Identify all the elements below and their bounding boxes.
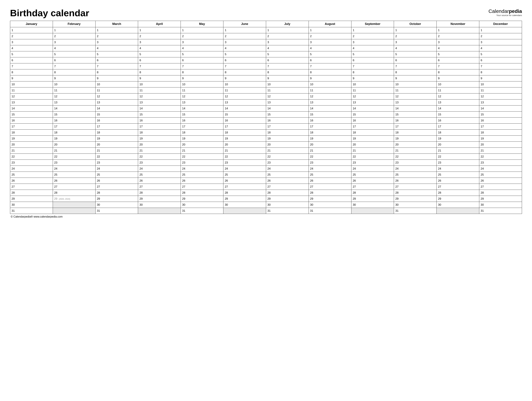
day-cell: 10 [95, 81, 138, 87]
day-cell: 16 [437, 117, 479, 123]
day-cell: 30 [437, 202, 479, 208]
day-cell: 8 [10, 69, 53, 75]
month-header: August [309, 21, 351, 27]
day-cell: 3 [53, 39, 95, 45]
day-cell: 14 [309, 105, 351, 111]
month-header: March [95, 21, 138, 27]
day-cell: 6 [223, 57, 266, 63]
day-cell: 13 [95, 99, 138, 105]
day-cell: 18 [181, 130, 223, 136]
day-cell: 24 [266, 166, 309, 172]
day-cell: 10 [309, 81, 351, 87]
day-cell: 12 [351, 93, 394, 99]
day-cell: 16 [309, 117, 351, 123]
day-cell: 21 [53, 148, 95, 154]
day-cell: 26 [351, 178, 394, 184]
day-cell: 28 [53, 190, 95, 196]
day-cell: 17 [479, 123, 522, 130]
day-cell: 9 [10, 75, 53, 81]
day-cell: 29 [479, 196, 522, 202]
day-cell: 1 [138, 27, 181, 33]
day-cell: 29 [95, 196, 138, 202]
day-cell: 13 [479, 99, 522, 105]
day-cell: 19 [351, 136, 394, 142]
day-note: (2020, 2024) [59, 198, 70, 200]
day-cell: 10 [479, 81, 522, 87]
day-cell: 25 [479, 172, 522, 178]
day-cell: 4 [181, 45, 223, 51]
day-cell: 23 [394, 160, 437, 166]
day-cell: 2 [351, 33, 394, 39]
day-cell: 1 [266, 27, 309, 33]
day-cell: 17 [138, 123, 181, 130]
day-cell: 20 [95, 142, 138, 148]
day-cell: 4 [266, 45, 309, 51]
day-cell: 7 [437, 63, 479, 69]
day-cell: 26 [394, 178, 437, 184]
day-cell: 4 [10, 45, 53, 51]
day-cell: 26 [53, 178, 95, 184]
day-cell: 21 [479, 148, 522, 154]
day-cell: 23 [53, 160, 95, 166]
day-cell: 4 [95, 45, 138, 51]
day-cell: 29 [10, 196, 53, 202]
day-cell [351, 208, 394, 214]
day-cell: 6 [266, 57, 309, 63]
day-cell: 12 [181, 93, 223, 99]
day-cell: 24 [138, 166, 181, 172]
day-cell: 23 [266, 160, 309, 166]
day-cell: 9 [53, 75, 95, 81]
day-row: 222222222222222222222222 [10, 154, 522, 160]
day-cell: 8 [223, 69, 266, 75]
day-cell: 6 [309, 57, 351, 63]
day-cell: 8 [53, 69, 95, 75]
day-cell: 28 [223, 190, 266, 196]
day-cell: 25 [266, 172, 309, 178]
day-cell: 22 [10, 154, 53, 160]
day-cell: 6 [95, 57, 138, 63]
day-cell [223, 208, 266, 214]
day-cell: 7 [138, 63, 181, 69]
month-header: April [138, 21, 181, 27]
day-cell: 29 [351, 196, 394, 202]
day-row: 111111111111111111111111 [10, 87, 522, 93]
day-cell: 15 [53, 111, 95, 117]
month-header: July [266, 21, 309, 27]
day-cell: 5 [138, 51, 181, 57]
day-cell: 19 [181, 136, 223, 142]
day-cell: 14 [479, 105, 522, 111]
day-cell: 21 [138, 148, 181, 154]
day-cell: 26 [95, 178, 138, 184]
day-cell: 16 [351, 117, 394, 123]
day-cell: 6 [479, 57, 522, 63]
day-cell: 14 [266, 105, 309, 111]
day-cell: 27 [53, 184, 95, 190]
day-cell: 30 [138, 202, 181, 208]
day-cell: 9 [479, 75, 522, 81]
day-cell: 12 [95, 93, 138, 99]
day-cell: 4 [138, 45, 181, 51]
day-cell: 9 [394, 75, 437, 81]
day-cell: 6 [437, 57, 479, 63]
day-cell [138, 208, 181, 214]
day-cell: 9 [266, 75, 309, 81]
day-cell: 14 [437, 105, 479, 111]
day-cell: 29 [437, 196, 479, 202]
day-cell: 30 [95, 202, 138, 208]
month-header: February [53, 21, 95, 27]
day-cell: 14 [10, 105, 53, 111]
day-cell: 26 [223, 178, 266, 184]
day-cell: 17 [394, 123, 437, 130]
day-cell: 25 [10, 172, 53, 178]
calendar-body: 1111111111112222222222223333333333334444… [10, 27, 522, 214]
day-cell: 8 [95, 69, 138, 75]
day-cell: 18 [95, 130, 138, 136]
day-cell: 29 [138, 196, 181, 202]
day-row: 212121212121212121212121 [10, 148, 522, 154]
month-header: June [223, 21, 266, 27]
day-cell: 2 [95, 33, 138, 39]
day-cell: 12 [10, 93, 53, 99]
day-cell: 2 [479, 33, 522, 39]
day-row: 131313131313131313131313 [10, 99, 522, 105]
day-cell: 19 [266, 136, 309, 142]
